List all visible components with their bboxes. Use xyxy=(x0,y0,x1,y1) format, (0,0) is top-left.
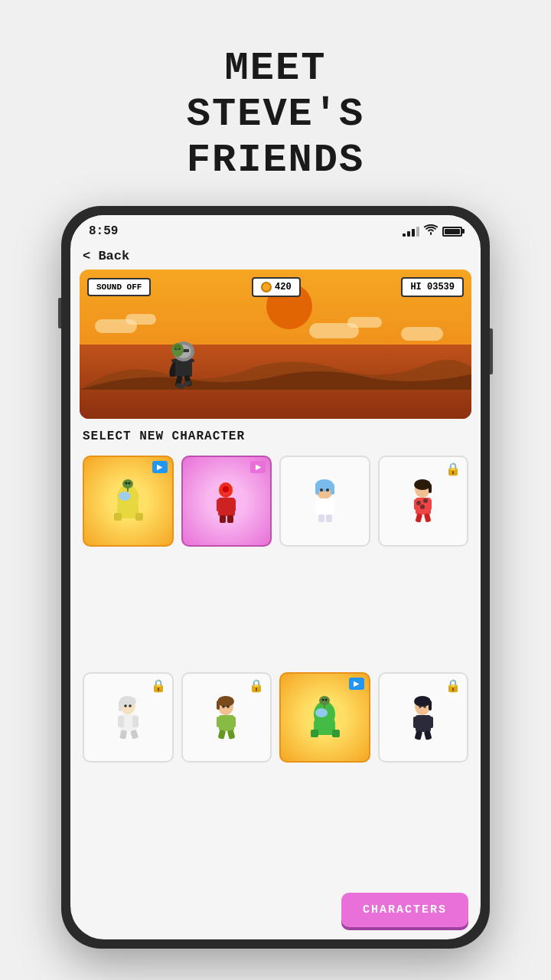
svg-rect-37 xyxy=(315,500,321,511)
signal-bar-3 xyxy=(412,229,415,237)
page-title: MEET STEVE'S FRIENDS xyxy=(187,46,364,183)
svg-rect-66 xyxy=(217,701,220,710)
characters-button[interactable]: CHARACTERS xyxy=(341,893,468,927)
character-sprite-6 xyxy=(201,693,251,743)
coin-counter: 420 xyxy=(252,277,301,297)
svg-rect-26 xyxy=(230,499,236,511)
svg-rect-35 xyxy=(331,484,334,495)
svg-point-41 xyxy=(320,488,323,492)
svg-rect-17 xyxy=(114,513,122,521)
character-sprite-3 xyxy=(300,476,350,526)
svg-point-72 xyxy=(222,705,225,708)
svg-point-81 xyxy=(324,698,327,701)
svg-point-73 xyxy=(227,705,230,708)
signal-bar-2 xyxy=(407,231,410,237)
phone-screen: 8:59 xyxy=(70,215,481,939)
svg-point-91 xyxy=(419,705,422,708)
svg-rect-71 xyxy=(227,730,236,740)
svg-point-92 xyxy=(423,705,426,708)
character-sprite-7 xyxy=(300,693,350,743)
side-button-right xyxy=(490,328,493,374)
character-card-8[interactable]: 🔒 xyxy=(378,672,469,763)
character-card-1[interactable]: ▶ xyxy=(83,456,174,547)
banner-character xyxy=(156,335,210,396)
coin-icon xyxy=(261,282,272,292)
svg-point-62 xyxy=(124,704,127,707)
lock-icon-8: 🔒 xyxy=(445,678,461,694)
svg-rect-28 xyxy=(227,515,233,523)
svg-rect-59 xyxy=(132,716,139,727)
back-button[interactable]: < Back xyxy=(70,243,481,270)
sound-off-button[interactable]: SOUND OFF xyxy=(87,278,151,296)
tv-badge-7: ▶ xyxy=(349,678,364,690)
phone-shell: 8:59 xyxy=(61,206,490,949)
tv-badge-1: ▶ xyxy=(152,461,168,473)
character-sprite-1 xyxy=(103,476,153,526)
coin-value: 420 xyxy=(275,282,292,292)
lock-icon-6: 🔒 xyxy=(249,678,264,694)
svg-rect-40 xyxy=(326,514,332,522)
character-card-6[interactable]: 🔒 xyxy=(181,672,272,763)
svg-rect-8 xyxy=(175,383,184,389)
title-line3: FRIENDS xyxy=(187,138,364,184)
select-title: SELECT NEW CHARACTER xyxy=(83,430,245,443)
game-banner: SOUND OFF 420 HI 03539 xyxy=(80,270,471,419)
svg-rect-45 xyxy=(429,484,432,493)
svg-point-52 xyxy=(423,498,428,503)
banner-hud: SOUND OFF 420 HI 03539 xyxy=(87,277,464,297)
svg-rect-58 xyxy=(118,716,124,727)
lock-icon-4: 🔒 xyxy=(445,462,461,477)
cloud-4 xyxy=(347,317,382,328)
tv-badge-2: ▶ xyxy=(250,461,266,473)
characters-button-row: CHARACTERS xyxy=(70,887,481,939)
svg-rect-68 xyxy=(217,717,222,727)
svg-rect-56 xyxy=(119,701,122,711)
svg-point-20 xyxy=(125,482,127,485)
svg-rect-89 xyxy=(415,730,423,740)
signal-bars-icon xyxy=(403,226,419,237)
cloud-5 xyxy=(401,327,443,341)
running-character-sprite xyxy=(156,335,210,396)
character-card-5[interactable]: 🔒 xyxy=(83,672,174,763)
svg-rect-25 xyxy=(217,499,223,511)
status-bar: 8:59 xyxy=(70,215,481,243)
character-sprite-4 xyxy=(398,476,448,526)
title-line1: MEET xyxy=(187,46,364,92)
svg-rect-27 xyxy=(220,515,226,523)
character-sprite-2 xyxy=(201,476,251,526)
svg-point-65 xyxy=(217,696,234,707)
svg-point-80 xyxy=(321,698,324,701)
character-sprite-5 xyxy=(103,693,153,743)
banner-terrain xyxy=(80,351,471,390)
svg-rect-4 xyxy=(171,359,177,362)
svg-point-44 xyxy=(414,479,431,490)
title-line2: STEVE'S xyxy=(187,92,364,138)
character-card-3[interactable] xyxy=(279,456,370,547)
wifi-icon xyxy=(424,224,438,238)
svg-rect-77 xyxy=(311,730,318,737)
svg-point-63 xyxy=(129,704,132,707)
svg-rect-38 xyxy=(328,500,334,511)
svg-rect-69 xyxy=(230,717,236,727)
svg-rect-85 xyxy=(429,701,432,710)
svg-point-76 xyxy=(315,708,328,717)
svg-point-55 xyxy=(119,696,136,707)
svg-rect-90 xyxy=(424,730,432,740)
character-card-7[interactable]: ▶ xyxy=(279,672,370,763)
side-button-left xyxy=(58,298,61,328)
character-card-4[interactable]: 🔒 xyxy=(378,456,469,547)
select-section: SELECT NEW CHARACTER xyxy=(70,419,481,449)
svg-point-51 xyxy=(416,501,421,505)
svg-point-42 xyxy=(326,488,329,492)
lock-icon-5: 🔒 xyxy=(151,678,166,694)
battery-fill xyxy=(445,229,460,234)
svg-rect-31 xyxy=(223,492,229,495)
svg-rect-50 xyxy=(424,513,432,522)
svg-rect-78 xyxy=(332,730,340,737)
signal-bar-4 xyxy=(416,227,419,237)
character-card-2[interactable]: ▶ xyxy=(181,456,272,547)
svg-rect-39 xyxy=(318,514,324,522)
svg-rect-34 xyxy=(315,484,319,495)
svg-point-84 xyxy=(414,696,431,707)
status-time: 8:59 xyxy=(89,224,118,238)
